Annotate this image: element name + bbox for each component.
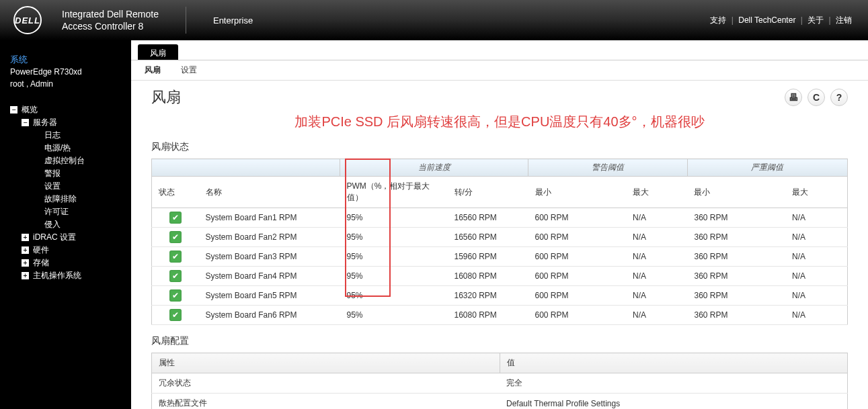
- cell-crit-max: N/A: [785, 247, 848, 267]
- table-row: ✔System Board Fan4 RPM95%16080 RPM600 RP…: [152, 267, 848, 286]
- tree-troubleshoot[interactable]: 故障排除: [0, 193, 131, 206]
- page-title: 风扇: [151, 87, 181, 107]
- status-ok-icon: ✔: [169, 231, 182, 243]
- cell-crit-max: N/A: [785, 306, 848, 325]
- cell-warn-min: 600 RPM: [528, 267, 627, 286]
- col-warn-min: 最小: [528, 177, 627, 208]
- tree-power-thermal[interactable]: 电源/热: [0, 142, 131, 154]
- cell-pwm: 95%: [340, 228, 448, 247]
- fan-status-title: 风扇状态: [151, 141, 848, 153]
- col-rpm: 转/分: [448, 177, 528, 208]
- separator: |: [829, 15, 831, 25]
- print-icon: 🖶: [789, 92, 798, 103]
- table-row: 散热配置文件Default Thermal Profile Settings: [152, 394, 848, 410]
- help-button[interactable]: ?: [830, 89, 848, 106]
- cell-warn-max: N/A: [626, 247, 687, 267]
- cell-warn-min: 600 RPM: [528, 286, 627, 306]
- tree-intrusion[interactable]: 侵入: [0, 218, 131, 231]
- about-link[interactable]: 关于: [807, 15, 824, 25]
- system-label[interactable]: 系统: [10, 54, 121, 66]
- logout-link[interactable]: 注销: [836, 15, 852, 25]
- tree-storage[interactable]: +存储: [0, 257, 131, 269]
- group-critical: 严重阈值: [687, 159, 847, 177]
- cell-name: System Board Fan2 RPM: [199, 228, 340, 247]
- subtab-fans[interactable]: 风扇: [145, 64, 161, 76]
- expand-icon[interactable]: +: [22, 246, 29, 254]
- cell-warn-max: N/A: [626, 228, 687, 247]
- table-row: ✔System Board Fan3 RPM95%15960 RPM600 RP…: [152, 247, 848, 267]
- cell-crit-min: 360 RPM: [687, 208, 785, 228]
- cell-warn-min: 600 RPM: [528, 247, 627, 267]
- collapse-icon[interactable]: −: [22, 119, 29, 126]
- col-status: 状态: [152, 177, 199, 208]
- cell-crit-max: N/A: [785, 286, 848, 306]
- system-user: root , Admin: [10, 78, 121, 90]
- cell-rpm: 16320 RPM: [448, 286, 528, 306]
- dell-logo-icon: DELL: [13, 6, 42, 34]
- support-link[interactable]: 支持: [710, 15, 726, 25]
- sidebar: 系统 PowerEdge R730xd root , Admin −概览 −服务…: [0, 40, 131, 409]
- cell-crit-min: 360 RPM: [687, 267, 785, 286]
- tree-alerts[interactable]: 警报: [0, 167, 131, 180]
- group-blank: [152, 159, 340, 177]
- cell-name: System Board Fan4 RPM: [199, 267, 340, 286]
- tree-virtual-console[interactable]: 虚拟控制台: [0, 154, 131, 167]
- table-row: ✔System Board Fan2 RPM95%16560 RPM600 RP…: [152, 228, 848, 247]
- tab-fans[interactable]: 风扇: [138, 44, 178, 60]
- tree-settings[interactable]: 设置: [0, 180, 131, 193]
- tree-idrac-settings[interactable]: +iDRAC 设置: [0, 231, 131, 244]
- help-icon: ?: [836, 92, 842, 103]
- cell-pwm: 95%: [340, 286, 448, 306]
- cell-rpm: 16080 RPM: [448, 267, 528, 286]
- collapse-icon[interactable]: −: [10, 106, 17, 113]
- cell-pwm: 95%: [340, 267, 448, 286]
- col-warn-max: 最大: [626, 177, 687, 208]
- refresh-button[interactable]: C: [807, 89, 825, 106]
- group-warning: 警告阈值: [528, 159, 688, 177]
- main-tabs: 风扇: [131, 40, 868, 60]
- cell-pwm: 95%: [340, 306, 448, 325]
- table-row: ✔System Board Fan1 RPM95%16560 RPM600 RP…: [152, 208, 848, 228]
- cell-warn-max: N/A: [626, 286, 687, 306]
- header-links: 支持 | Dell TechCenter | 关于 | 注销: [707, 15, 855, 26]
- tree-hardware[interactable]: +硬件: [0, 244, 131, 257]
- tree-server[interactable]: −服务器: [0, 116, 131, 129]
- title-line2: Access Controller 8: [62, 20, 159, 32]
- page-body: 风扇 🖶 C ? 加装PCIe SSD 后风扇转速很高，但是CPU温度只有40多…: [131, 81, 868, 409]
- nav-tree: −概览 −服务器 日志 电源/热 虚拟控制台 警报 设置 故障排除 许可证 侵入…: [0, 103, 131, 282]
- fan-config-table: 属性 值 冗余状态完全散热配置文件Default Thermal Profile…: [151, 353, 848, 409]
- tree-license[interactable]: 许可证: [0, 206, 131, 218]
- system-model: PowerEdge R730xd: [10, 66, 121, 78]
- cell-val: 完全: [500, 373, 848, 394]
- cell-warn-min: 600 RPM: [528, 228, 627, 247]
- cell-rpm: 16560 RPM: [448, 228, 528, 247]
- cell-crit-min: 360 RPM: [687, 247, 785, 267]
- cell-name: System Board Fan3 RPM: [199, 247, 340, 267]
- title-line1: Integrated Dell Remote: [62, 8, 159, 20]
- cell-rpm: 16560 RPM: [448, 208, 528, 228]
- expand-icon[interactable]: +: [22, 272, 29, 279]
- cell-name: System Board Fan5 RPM: [199, 286, 340, 306]
- cell-name: System Board Fan1 RPM: [199, 208, 340, 228]
- tree-logs[interactable]: 日志: [0, 129, 131, 142]
- cell-warn-max: N/A: [626, 208, 687, 228]
- tree-host-os[interactable]: +主机操作系统: [0, 269, 131, 282]
- print-button[interactable]: 🖶: [785, 89, 802, 106]
- content-area: 风扇 风扇 设置 风扇 🖶 C ? 加装PCIe SSD 后风扇转速很高，但是C…: [131, 40, 868, 409]
- status-ok-icon: ✔: [169, 251, 182, 263]
- col-pwm: PWM（%，相对于最大值）: [340, 177, 448, 208]
- header-bar: DELL Integrated Dell Remote Access Contr…: [0, 0, 868, 40]
- expand-icon[interactable]: +: [22, 234, 29, 241]
- techcenter-link[interactable]: Dell TechCenter: [738, 15, 795, 25]
- cell-crit-min: 360 RPM: [687, 286, 785, 306]
- cell-pwm: 95%: [340, 247, 448, 267]
- subtab-settings[interactable]: 设置: [181, 64, 197, 76]
- expand-icon[interactable]: +: [22, 259, 29, 267]
- product-title: Integrated Dell Remote Access Controller…: [62, 8, 159, 32]
- status-ok-icon: ✔: [169, 212, 182, 224]
- cell-rpm: 16080 RPM: [448, 306, 528, 325]
- cell-rpm: 15960 RPM: [448, 247, 528, 267]
- table-row: ✔System Board Fan6 RPM95%16080 RPM600 RP…: [152, 306, 848, 325]
- cell-warn-min: 600 RPM: [528, 208, 627, 228]
- tree-overview[interactable]: −概览: [0, 103, 131, 116]
